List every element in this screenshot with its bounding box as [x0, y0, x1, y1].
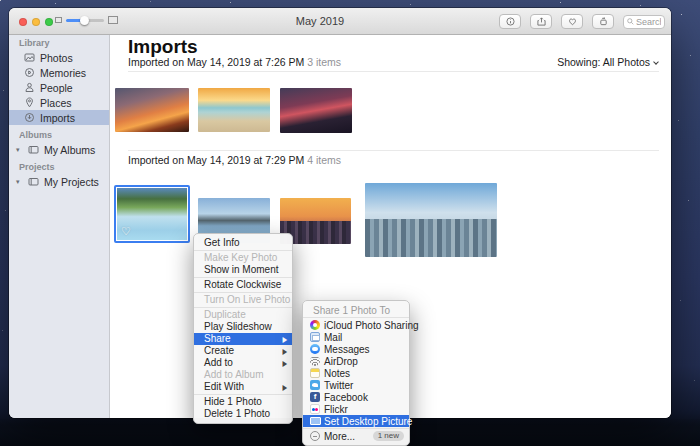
menu-separator	[303, 317, 409, 318]
menu-item-edit-with[interactable]: Edit With▶	[194, 381, 292, 393]
sidebar: Library Photos Memories People Places	[9, 35, 110, 418]
menu-item-add-to-album: Add to Album	[194, 369, 292, 381]
menu-item-add-to[interactable]: Add to▶	[194, 357, 292, 369]
thumbnail-zoom-slider[interactable]	[55, 16, 118, 24]
people-icon	[24, 82, 35, 93]
section-divider	[128, 150, 659, 151]
menu-separator	[194, 394, 292, 395]
close-button[interactable]	[19, 18, 27, 26]
chevron-down-icon	[653, 59, 659, 65]
sidebar-item-people[interactable]: People	[9, 80, 109, 95]
more-icon	[310, 431, 320, 441]
info-button[interactable]	[499, 14, 521, 29]
sidebar-item-photos[interactable]: Photos	[9, 50, 109, 65]
desktop-background: { "titlebar": { "title": "May 2019", "se…	[0, 0, 700, 446]
zoom-slider-knob[interactable]	[80, 16, 89, 25]
zoom-slider-track[interactable]	[66, 19, 104, 22]
disclosure-triangle-icon[interactable]: ▾	[16, 178, 23, 186]
photo-thumbnail-beach-sunset[interactable]	[198, 88, 270, 132]
menu-item-turn-on-live-photo: Turn On Live Photo	[194, 294, 292, 306]
menu-separator	[194, 307, 292, 308]
disclosure-triangle-icon[interactable]: ▾	[16, 146, 23, 154]
submenu-item-airdrop[interactable]: AirDrop	[303, 355, 409, 367]
share-button[interactable]	[530, 14, 552, 29]
facebook-icon	[310, 392, 320, 402]
submenu-item-mail[interactable]: Mail	[303, 331, 409, 343]
photo-thumbnail-dark-sunset[interactable]	[280, 88, 352, 133]
context-menu: Get Info Make Key Photo Show in Moment R…	[193, 233, 293, 424]
info-icon	[506, 17, 515, 26]
airdrop-icon	[310, 356, 320, 366]
zoom-button[interactable]	[45, 18, 53, 26]
menu-item-make-key-photo: Make Key Photo	[194, 252, 292, 264]
menu-item-show-in-moment[interactable]: Show in Moment	[194, 264, 292, 276]
moment-item-count: 3 items	[307, 56, 341, 68]
search-field[interactable]	[623, 15, 665, 29]
menu-item-rotate-clockwise[interactable]: Rotate Clockwise	[194, 279, 292, 291]
sidebar-item-memories[interactable]: Memories	[9, 65, 109, 80]
new-extensions-badge: 1 new	[373, 431, 404, 441]
share-icon	[537, 17, 546, 26]
submenu-item-messages[interactable]: Messages	[303, 343, 409, 355]
sidebar-item-places[interactable]: Places	[9, 95, 109, 110]
window-title: May 2019	[129, 8, 511, 34]
sidebar-section-library: Library	[9, 37, 109, 50]
submenu-item-icloud-photo-sharing[interactable]: iCloud Photo Sharing	[303, 319, 409, 331]
desktop-stars	[0, 0, 1, 1]
sidebar-item-my-albums[interactable]: ▾ My Albums	[9, 142, 109, 157]
photo-thumbnail-sunset-clouds[interactable]	[115, 88, 189, 132]
submenu-item-more[interactable]: More... 1 new	[303, 430, 409, 442]
messages-icon	[310, 344, 320, 354]
notes-icon	[310, 368, 320, 378]
section-divider	[128, 71, 659, 72]
menu-separator	[194, 250, 292, 251]
share-submenu: Share 1 Photo To iCloud Photo Sharing Ma…	[302, 300, 410, 446]
menu-item-share[interactable]: Share▶	[194, 333, 292, 345]
places-icon	[24, 97, 35, 108]
heart-icon	[568, 17, 577, 26]
photo-thumbnail-lake-selected[interactable]: ♡	[114, 185, 190, 243]
search-input[interactable]	[636, 17, 661, 27]
menu-separator	[194, 292, 292, 293]
desktop-picture-icon	[310, 416, 320, 426]
small-thumbnails-icon	[55, 17, 62, 23]
menu-separator	[303, 428, 409, 429]
moment-header-2: Imported on May 14, 2019 at 7:29 PM 4 it…	[128, 154, 341, 166]
mail-icon	[310, 332, 320, 342]
moment-header-1: Imported on May 14, 2019 at 7:26 PM 3 it…	[128, 56, 341, 68]
submenu-header: Share 1 Photo To	[303, 304, 409, 316]
rotate-button[interactable]	[592, 14, 614, 29]
flickr-icon	[310, 404, 320, 414]
favorite-button[interactable]	[561, 14, 583, 29]
menu-item-delete-photo[interactable]: Delete 1 Photo	[194, 408, 292, 420]
project-icon	[28, 176, 39, 187]
submenu-arrow-icon: ▶	[282, 379, 287, 395]
menu-item-hide-photo[interactable]: Hide 1 Photo	[194, 396, 292, 408]
submenu-item-flickr[interactable]: Flickr	[303, 403, 409, 415]
showing-filter-dropdown[interactable]: Showing: All Photos	[557, 56, 659, 68]
submenu-item-notes[interactable]: Notes	[303, 367, 409, 379]
submenu-item-twitter[interactable]: Twitter	[303, 379, 409, 391]
menu-item-create[interactable]: Create▶	[194, 345, 292, 357]
sidebar-section-projects: Projects	[9, 161, 109, 174]
imports-icon	[24, 112, 35, 123]
moment-item-count: 4 items	[307, 154, 341, 166]
menu-item-get-info[interactable]: Get Info	[194, 237, 292, 249]
twitter-icon	[310, 380, 320, 390]
memories-icon	[24, 67, 35, 78]
titlebar: May 2019	[9, 8, 671, 35]
photo-thumbnail-skyline-day[interactable]	[365, 183, 497, 257]
sidebar-item-my-projects[interactable]: ▾ My Projects	[9, 174, 109, 189]
search-icon	[627, 18, 634, 25]
menu-item-play-slideshow[interactable]: Play Slideshow	[194, 321, 292, 333]
rotate-icon	[599, 17, 608, 26]
submenu-item-facebook[interactable]: Facebook	[303, 391, 409, 403]
submenu-item-set-desktop-picture[interactable]: Set Desktop Picture	[303, 415, 409, 427]
sidebar-item-imports[interactable]: Imports	[9, 110, 109, 125]
sidebar-section-albums: Albums	[9, 129, 109, 142]
traffic-lights	[19, 18, 53, 26]
favorite-heart-icon[interactable]: ♡	[121, 226, 131, 236]
submenu-arrow-icon: ▶	[282, 355, 287, 371]
menu-separator	[194, 277, 292, 278]
minimize-button[interactable]	[32, 18, 40, 26]
